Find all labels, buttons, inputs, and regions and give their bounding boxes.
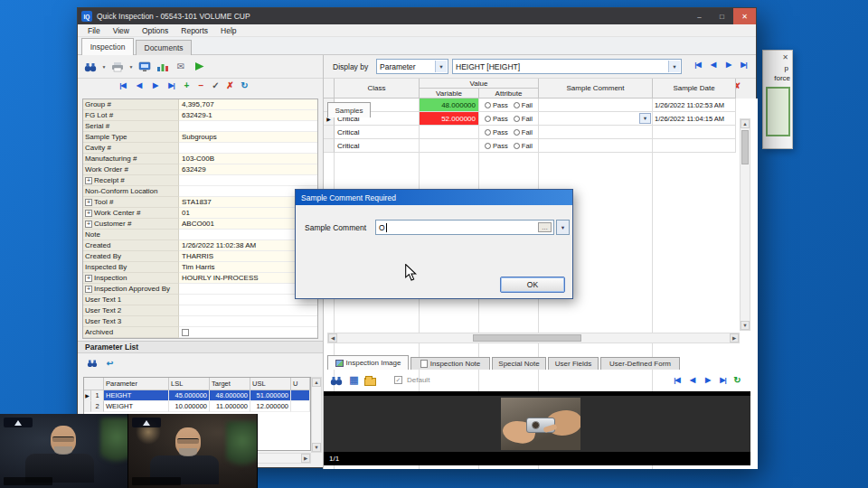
scroll-right-icon[interactable]: ▶ xyxy=(301,454,310,463)
sample-class[interactable]: Critical xyxy=(335,139,420,153)
scroll-right-icon[interactable]: ▶ xyxy=(730,333,739,343)
default-checkbox[interactable]: ✓ xyxy=(394,376,402,384)
display-by-select[interactable]: Parameter▼ xyxy=(376,59,448,74)
menu-view[interactable]: View xyxy=(107,26,136,35)
scroll-down-icon[interactable]: ▼ xyxy=(741,321,750,330)
browse-button[interactable]: … xyxy=(538,222,552,232)
save-record-button[interactable]: ✓ xyxy=(210,80,222,90)
print-dropdown-icon[interactable]: ▼ xyxy=(128,64,134,70)
property-value[interactable]: 103-C00B xyxy=(179,154,317,164)
tab-user-fields[interactable]: User Fields xyxy=(548,357,599,370)
expand-icon[interactable]: + xyxy=(85,286,92,293)
expand-icon[interactable]: + xyxy=(85,275,92,282)
sample-row[interactable]: ▶ Critical 48.000000 Pass Fail 1/26/2022… xyxy=(324,99,736,112)
archived-checkbox[interactable] xyxy=(182,329,189,336)
sample-row[interactable]: ▶ Critical Pass Fail xyxy=(324,139,736,153)
tab-user-defined-form[interactable]: User-Defined Form xyxy=(600,357,680,370)
sample-class[interactable]: Critical xyxy=(335,126,420,139)
nav-prev-button[interactable]: ◀ xyxy=(685,376,699,384)
grid-view-icon[interactable]: ▦ xyxy=(348,374,360,386)
nav-first-button[interactable]: |◀ xyxy=(670,376,684,384)
print-icon[interactable] xyxy=(110,60,125,73)
scroll-thumb[interactable] xyxy=(473,334,581,342)
sample-row[interactable]: ▶ Critical 52.000000 Pass Fail ▼ 1/26/20… xyxy=(324,112,736,126)
sample-comment[interactable] xyxy=(539,99,653,112)
scroll-down-icon[interactable]: ▼ xyxy=(312,443,321,452)
property-value[interactable] xyxy=(179,327,317,338)
title-bar[interactable]: IQ Quick Inspection - 05543-101 VOLUME C… xyxy=(78,8,756,24)
nav-next-button[interactable]: ▶ xyxy=(722,61,735,69)
parameter-lsl[interactable]: 10.000000 xyxy=(169,401,210,412)
tab-special-note[interactable]: Special Note xyxy=(492,357,546,370)
pass-radio[interactable]: Pass xyxy=(485,128,508,136)
parameter-usl[interactable]: 12.000000 xyxy=(250,401,291,412)
property-value[interactable]: Subgroups xyxy=(179,132,317,143)
samples-hscrollbar[interactable]: ◀ ▶ xyxy=(327,333,740,343)
scroll-up-icon[interactable]: ▲ xyxy=(741,119,750,128)
fail-radio[interactable]: Fail xyxy=(514,128,533,136)
menu-options[interactable]: Options xyxy=(136,26,175,35)
expand-icon[interactable]: + xyxy=(85,210,92,217)
scroll-up-icon[interactable]: ▲ xyxy=(312,378,321,387)
menu-help[interactable]: Help xyxy=(214,26,242,35)
ok-button[interactable]: OK xyxy=(500,277,565,293)
nav-prev-button[interactable]: ◀ xyxy=(132,81,146,89)
close-icon[interactable]: ✕ xyxy=(782,53,788,61)
expand-icon[interactable]: + xyxy=(85,221,92,228)
search-icon[interactable] xyxy=(83,60,98,73)
parameter-row[interactable]: ▶ 1 HEIGHT 45.000000 48.000000 51.000000 xyxy=(84,390,310,401)
nav-last-button[interactable]: ▶| xyxy=(165,81,178,89)
sample-date[interactable] xyxy=(653,139,736,153)
sample-variable[interactable] xyxy=(420,126,479,139)
parameter-lsl[interactable]: 45.000000 xyxy=(169,390,210,401)
menu-file[interactable]: File xyxy=(81,26,107,35)
sample-variable[interactable] xyxy=(420,139,479,153)
parameter-target[interactable]: 48.000000 xyxy=(210,390,250,401)
nav-last-button[interactable]: ▶| xyxy=(737,61,750,69)
expand-icon[interactable]: + xyxy=(85,177,92,184)
chevron-down-icon[interactable]: ▼ xyxy=(435,61,447,72)
nav-last-button[interactable]: ▶| xyxy=(716,376,730,384)
chevron-down-icon[interactable]: ▼ xyxy=(668,61,680,72)
pass-radio[interactable]: Pass xyxy=(485,101,508,109)
property-value[interactable]: 632429 xyxy=(179,164,317,175)
sample-date[interactable]: 1/26/2022 11:02:53 AM xyxy=(653,99,736,112)
property-value[interactable] xyxy=(179,143,317,154)
property-value[interactable] xyxy=(179,121,317,132)
search-icon[interactable] xyxy=(85,357,99,371)
property-value[interactable] xyxy=(179,305,317,316)
sample-variable[interactable]: 48.000000 xyxy=(420,99,479,112)
pass-radio[interactable]: Pass xyxy=(485,115,508,123)
pass-radio[interactable]: Pass xyxy=(485,142,508,150)
fail-radio[interactable]: Fail xyxy=(514,101,533,109)
parameter-vscrollbar[interactable]: ▲ ▼ xyxy=(311,377,322,453)
property-value[interactable]: 4,395,707 xyxy=(179,99,317,110)
parameter-usl[interactable]: 51.000000 xyxy=(250,390,291,401)
add-record-button[interactable]: + xyxy=(181,80,193,90)
parameter-target[interactable]: 11.000000 xyxy=(210,401,250,412)
delete-record-button[interactable]: − xyxy=(195,80,207,90)
sample-comment[interactable]: ▼ xyxy=(539,112,653,126)
nav-prev-button[interactable]: ◀ xyxy=(706,61,720,69)
nav-next-button[interactable]: ▶ xyxy=(701,376,714,384)
comment-dropdown-button[interactable]: ▼ xyxy=(556,220,570,235)
search-dropdown-icon[interactable]: ▼ xyxy=(101,64,107,70)
chart-icon[interactable] xyxy=(156,60,170,73)
refresh-button[interactable]: ↻ xyxy=(239,80,250,90)
tab-inspection-image[interactable]: Inspection Image xyxy=(327,355,409,370)
parameter-name[interactable]: HEIGHT xyxy=(104,390,169,401)
close-button[interactable]: ✕ xyxy=(733,8,756,24)
mail-icon[interactable]: ✉ xyxy=(174,60,188,73)
property-value[interactable]: 632429-1 xyxy=(179,110,317,121)
tab-inspection[interactable]: Inspection xyxy=(81,38,134,55)
maximize-button[interactable]: □ xyxy=(711,8,733,24)
samples-vscrollbar[interactable]: ▲ ▼ xyxy=(740,118,750,331)
scroll-left-icon[interactable]: ◀ xyxy=(328,333,337,343)
sample-row[interactable]: ▶ Critical Pass Fail xyxy=(324,126,736,139)
sample-comment-input[interactable]: O … xyxy=(375,220,554,235)
run-icon[interactable] xyxy=(192,60,206,73)
fail-radio[interactable]: Fail xyxy=(514,142,533,150)
tab-samples[interactable]: Samples xyxy=(327,102,371,117)
sample-date[interactable] xyxy=(653,126,736,139)
search-icon[interactable] xyxy=(329,373,344,387)
